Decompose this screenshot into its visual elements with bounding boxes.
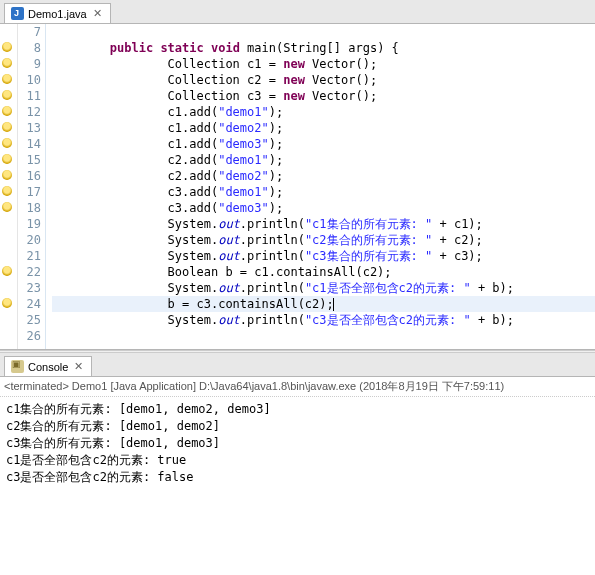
console-line: c2集合的所有元素: [demo1, demo2]: [6, 418, 589, 435]
line-number: 19: [18, 216, 41, 232]
console-line: c3是否全部包含c2的元素: false: [6, 469, 589, 486]
code-line[interactable]: [52, 328, 595, 344]
line-number: 9: [18, 56, 41, 72]
code-line[interactable]: c3.add("demo1");: [52, 184, 595, 200]
line-number: 16: [18, 168, 41, 184]
code-content[interactable]: public static void main(String[] args) {…: [46, 24, 595, 349]
code-line[interactable]: Collection c3 = new Vector();: [52, 88, 595, 104]
line-number: 11: [18, 88, 41, 104]
line-number: 26: [18, 328, 41, 344]
line-number: 15: [18, 152, 41, 168]
line-number: 13: [18, 120, 41, 136]
warning-marker: [0, 280, 17, 296]
text-caret: [333, 298, 334, 311]
code-line[interactable]: System.out.println("c3是否全部包含c2的元素: " + b…: [52, 312, 595, 328]
code-line[interactable]: c2.add("demo1");: [52, 152, 595, 168]
console-tab-label: Console: [28, 361, 68, 373]
warning-marker: [0, 152, 17, 168]
close-tab-icon[interactable]: ✕: [91, 7, 104, 20]
editor-tab-label: Demo1.java: [28, 8, 87, 20]
marker-column: [0, 24, 18, 349]
code-line[interactable]: c1.add("demo3");: [52, 136, 595, 152]
line-number: 24: [18, 296, 41, 312]
line-number: 25: [18, 312, 41, 328]
warning-marker: [0, 312, 17, 328]
warning-marker: [0, 40, 17, 56]
warning-marker: [0, 56, 17, 72]
warning-marker: [0, 248, 17, 264]
code-line[interactable]: [52, 24, 595, 40]
warning-marker: [0, 104, 17, 120]
warning-marker: [0, 24, 17, 40]
line-number: 10: [18, 72, 41, 88]
editor-area[interactable]: 7891011121314151617181920212223242526 pu…: [0, 24, 595, 350]
code-line[interactable]: System.out.println("c3集合的所有元素: " + c3);: [52, 248, 595, 264]
line-number: 8: [18, 40, 41, 56]
code-line[interactable]: c1.add("demo2");: [52, 120, 595, 136]
code-line[interactable]: Boolean b = c1.containsAll(c2);: [52, 264, 595, 280]
editor-tab[interactable]: Demo1.java ✕: [4, 3, 111, 23]
code-line[interactable]: c2.add("demo2");: [52, 168, 595, 184]
code-line[interactable]: Collection c1 = new Vector();: [52, 56, 595, 72]
code-line[interactable]: c1.add("demo1");: [52, 104, 595, 120]
line-number-gutter: 7891011121314151617181920212223242526: [18, 24, 46, 349]
console-line: c1集合的所有元素: [demo1, demo2, demo3]: [6, 401, 589, 418]
code-line[interactable]: public static void main(String[] args) {: [52, 40, 595, 56]
line-number: 23: [18, 280, 41, 296]
warning-marker: [0, 296, 17, 312]
console-line: c3集合的所有元素: [demo1, demo3]: [6, 435, 589, 452]
warning-marker: [0, 136, 17, 152]
close-console-icon[interactable]: ✕: [72, 360, 85, 373]
java-file-icon: [11, 7, 24, 20]
line-number: 21: [18, 248, 41, 264]
editor-tabbar: Demo1.java ✕: [0, 0, 595, 24]
warning-marker: [0, 168, 17, 184]
console-output[interactable]: c1集合的所有元素: [demo1, demo2, demo3]c2集合的所有元…: [0, 397, 595, 490]
line-number: 20: [18, 232, 41, 248]
warning-marker: [0, 264, 17, 280]
console-tabbar: Console ✕: [0, 353, 595, 377]
code-line[interactable]: Collection c2 = new Vector();: [52, 72, 595, 88]
warning-marker: [0, 120, 17, 136]
warning-marker: [0, 216, 17, 232]
line-number: 7: [18, 24, 41, 40]
line-number: 17: [18, 184, 41, 200]
warning-marker: [0, 200, 17, 216]
console-tab[interactable]: Console ✕: [4, 356, 92, 376]
code-line[interactable]: System.out.println("c1是否全部包含c2的元素: " + b…: [52, 280, 595, 296]
warning-marker: [0, 232, 17, 248]
warning-marker: [0, 184, 17, 200]
warning-marker: [0, 72, 17, 88]
line-number: 22: [18, 264, 41, 280]
line-number: 18: [18, 200, 41, 216]
console-icon: [11, 360, 24, 373]
console-header: <terminated> Demo1 [Java Application] D:…: [0, 377, 595, 397]
warning-marker: [0, 88, 17, 104]
code-line[interactable]: System.out.println("c1集合的所有元素: " + c1);: [52, 216, 595, 232]
code-line[interactable]: c3.add("demo3");: [52, 200, 595, 216]
console-line: c1是否全部包含c2的元素: true: [6, 452, 589, 469]
code-line[interactable]: b = c3.containsAll(c2);: [52, 296, 595, 312]
line-number: 14: [18, 136, 41, 152]
line-number: 12: [18, 104, 41, 120]
warning-marker: [0, 328, 17, 344]
code-line[interactable]: System.out.println("c2集合的所有元素: " + c2);: [52, 232, 595, 248]
